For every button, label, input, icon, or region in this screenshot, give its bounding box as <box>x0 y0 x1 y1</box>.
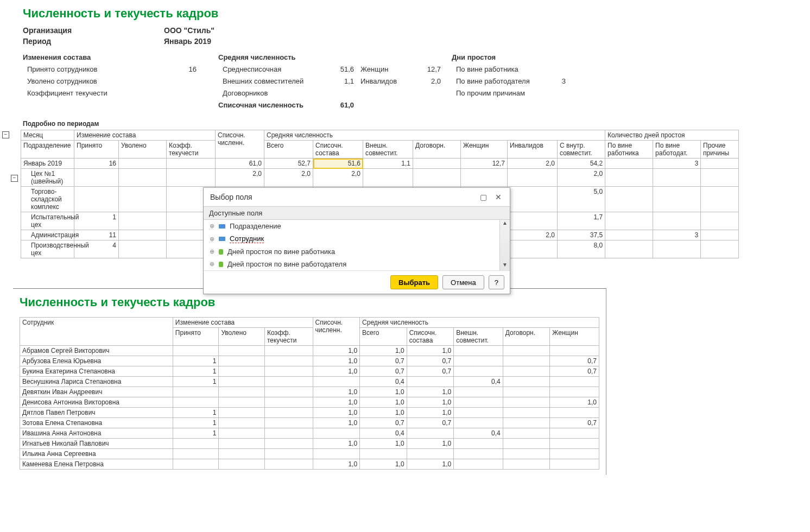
cell[interactable] <box>119 169 167 187</box>
cell[interactable]: 1 <box>74 212 119 230</box>
cell[interactable] <box>653 169 701 187</box>
col-svnu[interactable]: С внутр. совместит. <box>558 141 605 159</box>
cell[interactable]: 8,0 <box>558 240 605 258</box>
cell[interactable] <box>454 356 503 366</box>
d2-col-fired[interactable]: Уволено <box>219 328 265 346</box>
cell[interactable]: Веснушкина Лариса Степановна <box>20 377 173 387</box>
scroll-down-icon[interactable]: ▼ <box>500 262 510 270</box>
d2-col-spis[interactable]: Списочн. численн. <box>313 318 360 346</box>
cell[interactable]: Арбузова Елена Юрьевна <box>20 356 173 366</box>
cell[interactable]: 1 <box>173 418 219 428</box>
cell[interactable]: 0,7 <box>407 356 454 366</box>
cell[interactable] <box>503 428 550 439</box>
cell[interactable]: 5,0 <box>558 187 605 212</box>
cell[interactable] <box>167 159 216 169</box>
cancel-button[interactable]: Отмена <box>442 275 484 289</box>
row-label[interactable]: Торгово-складской комплекс <box>21 187 74 212</box>
cell[interactable] <box>454 397 503 408</box>
cell[interactable]: Игнатьев Николай Павлович <box>20 439 173 449</box>
cell[interactable] <box>605 230 653 240</box>
help-button[interactable]: ? <box>489 275 504 289</box>
tree-toggle-jan2019[interactable]: − <box>11 175 18 182</box>
cell[interactable] <box>605 240 653 258</box>
cell[interactable] <box>454 459 503 470</box>
cell[interactable] <box>407 428 454 439</box>
cell[interactable]: Денисова Антонина Викторовна <box>20 397 173 408</box>
cell[interactable]: 11 <box>74 230 119 240</box>
cell[interactable]: Дятлов Павел Петрович <box>20 408 173 418</box>
cell[interactable]: 0,7 <box>360 366 407 377</box>
cell[interactable] <box>264 356 313 366</box>
field-item[interactable]: ⊕Дней простоя по вине работодателя <box>204 258 510 270</box>
table-row[interactable]: Букина Екатерина Степановна11,00,70,70,7 <box>20 366 599 377</box>
cell[interactable] <box>264 387 313 397</box>
cell[interactable]: 54,2 <box>558 159 605 169</box>
cell[interactable] <box>264 366 313 377</box>
cell[interactable]: 0,7 <box>407 366 454 377</box>
d2-col-dog[interactable]: Договорн. <box>503 328 550 346</box>
cell[interactable]: Букина Екатерина Степановна <box>20 366 173 377</box>
d2-col-total[interactable]: Всего <box>360 328 407 346</box>
cell[interactable]: 1,1 <box>363 159 413 169</box>
cell[interactable]: 0,4 <box>454 428 503 439</box>
cell[interactable] <box>264 408 313 418</box>
cell[interactable] <box>219 346 265 356</box>
cell[interactable] <box>508 169 558 187</box>
row-label[interactable]: Производственный цех <box>21 240 74 258</box>
cell[interactable]: 1 <box>173 377 219 387</box>
cell[interactable] <box>119 240 167 258</box>
cell[interactable] <box>264 428 313 439</box>
cell[interactable] <box>264 449 313 459</box>
cell[interactable] <box>454 346 503 356</box>
table-row[interactable]: Веснушкина Лариса Степановна10,40,4 <box>20 377 599 387</box>
expand-icon[interactable]: ⊕ <box>208 235 216 243</box>
cell[interactable] <box>503 459 550 470</box>
cell[interactable]: 0,7 <box>360 356 407 366</box>
cell[interactable] <box>219 418 265 428</box>
cell[interactable] <box>503 356 550 366</box>
cell[interactable] <box>550 439 599 449</box>
cell[interactable]: 1,7 <box>558 212 605 230</box>
cell[interactable]: 2,0 <box>508 230 558 240</box>
cell[interactable] <box>264 459 313 470</box>
cell[interactable]: 1,0 <box>407 408 454 418</box>
field-item[interactable]: ⊕Подразделение <box>204 220 510 232</box>
cell[interactable] <box>219 459 265 470</box>
cell[interactable] <box>219 428 265 439</box>
cell[interactable] <box>454 387 503 397</box>
cell[interactable] <box>219 449 265 459</box>
cell[interactable]: 1,0 <box>550 397 599 408</box>
cell[interactable]: 1,0 <box>313 346 360 356</box>
cell[interactable] <box>454 418 503 428</box>
cell[interactable] <box>413 159 461 169</box>
cell[interactable]: 1,0 <box>407 439 454 449</box>
cell[interactable] <box>407 449 454 459</box>
cell[interactable] <box>313 377 360 387</box>
table-row[interactable]: Ильина Анна Сергеевна <box>20 449 599 459</box>
dialog-close-button[interactable]: ✕ <box>492 192 504 202</box>
cell[interactable] <box>503 387 550 397</box>
table-row[interactable]: Январь 20191661,052,751,61,112,72,054,23 <box>21 159 739 169</box>
cell[interactable]: 1,0 <box>313 439 360 449</box>
cell[interactable]: 51,6 <box>313 159 363 169</box>
cell[interactable]: 1,0 <box>313 459 360 470</box>
d2-col-change[interactable]: Изменение состава <box>173 318 313 328</box>
expand-icon[interactable]: ⊕ <box>208 248 216 256</box>
table-row[interactable]: Абрамов Сергей Викторович1,01,01,0 <box>20 346 599 356</box>
cell[interactable]: 1,0 <box>313 387 360 397</box>
col-prab[interactable]: По вине работника <box>605 141 653 159</box>
col-down[interactable]: Количество дней простоя <box>605 130 739 141</box>
cell[interactable] <box>701 169 739 187</box>
cell[interactable] <box>167 169 216 187</box>
d2-col-ssost[interactable]: Списочн. состава <box>407 328 454 346</box>
cell[interactable]: 0,7 <box>407 418 454 428</box>
table-row[interactable]: Денисова Антонина Викторовна1,01,01,01,0 <box>20 397 599 408</box>
cell[interactable]: 0,7 <box>550 366 599 377</box>
cell[interactable]: 1 <box>173 366 219 377</box>
cell[interactable] <box>508 240 558 258</box>
table-row[interactable]: Девяткин Иван Андреевич1,01,01,0 <box>20 387 599 397</box>
cell[interactable]: 1,0 <box>407 459 454 470</box>
cell[interactable] <box>503 377 550 387</box>
table-row[interactable]: Игнатьев Николай Павлович1,01,01,0 <box>20 439 599 449</box>
cell[interactable] <box>313 428 360 439</box>
